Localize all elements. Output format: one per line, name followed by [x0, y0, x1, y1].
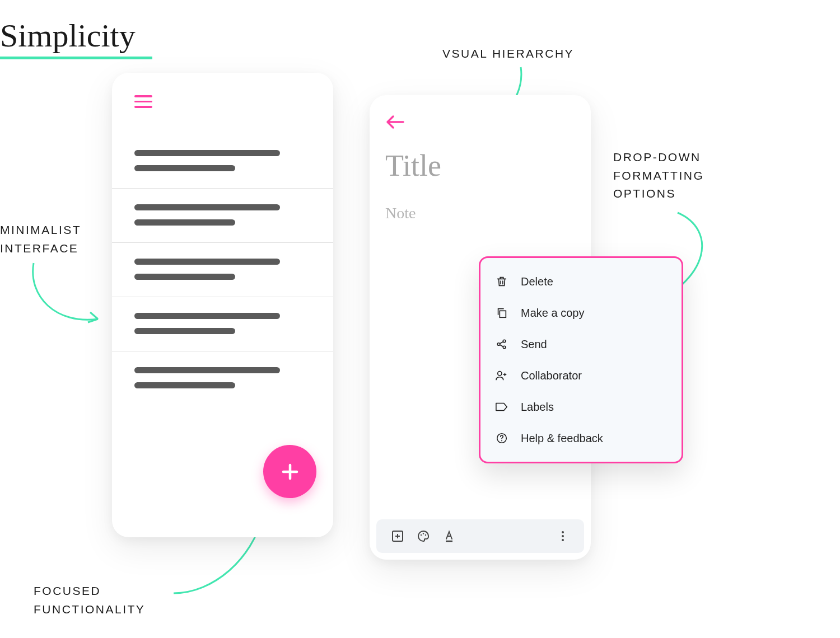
text-placeholder-line — [134, 328, 235, 334]
dropdown-item-label: Send — [521, 338, 547, 351]
text-placeholder-line — [134, 150, 280, 156]
text-placeholder-line — [134, 274, 235, 280]
add-note-button[interactable] — [263, 445, 316, 498]
title-input[interactable]: Title — [385, 148, 441, 183]
hamburger-icon[interactable] — [134, 95, 152, 111]
more-vertical-icon — [556, 529, 570, 543]
add-box-button[interactable] — [385, 529, 410, 543]
list-item[interactable] — [112, 297, 333, 351]
text-placeholder-line — [134, 259, 280, 265]
copy-icon — [494, 305, 510, 321]
more-options-button[interactable] — [550, 529, 576, 543]
palette-icon — [417, 529, 430, 543]
dropdown-item-collaborator[interactable]: Collaborator — [480, 360, 682, 391]
text-placeholder-line — [134, 382, 235, 388]
text-placeholder-line — [134, 367, 280, 373]
svg-point-2 — [423, 533, 424, 534]
dropdown-item-send[interactable]: Send — [480, 329, 682, 360]
annotation-visual: VSUAL HIERARCHY — [442, 45, 574, 63]
list-item[interactable] — [112, 134, 333, 189]
arrow-left-icon — [385, 115, 404, 129]
person-add-icon — [494, 368, 510, 383]
dropdown-item-label: Make a copy — [521, 307, 584, 320]
annotation-focused: FOCUSED FUNCTIONALITY — [34, 582, 179, 618]
svg-point-11 — [498, 372, 502, 376]
trash-icon — [494, 274, 510, 289]
phone-list-view — [112, 73, 333, 537]
dropdown-item-label: Labels — [521, 401, 554, 414]
note-list — [112, 134, 333, 405]
svg-point-1 — [421, 534, 422, 536]
svg-point-13 — [501, 440, 502, 442]
dropdown-item-delete[interactable]: Delete — [480, 266, 682, 297]
back-button[interactable] — [385, 115, 404, 132]
palette-button[interactable] — [410, 529, 436, 543]
text-placeholder-line — [134, 313, 280, 319]
page-title: Simplicity — [0, 17, 152, 59]
arrow-minimalist — [22, 257, 112, 336]
text-placeholder-line — [134, 204, 280, 210]
text-format-icon — [442, 529, 456, 543]
annotation-minimalist: MINIMALIST INTERFACE — [0, 221, 106, 257]
note-input[interactable]: Note — [385, 204, 416, 222]
help-icon — [494, 430, 510, 446]
dropdown-item-help[interactable]: Help & feedback — [480, 423, 682, 454]
plus-icon — [280, 462, 300, 482]
svg-point-6 — [562, 539, 564, 541]
text-placeholder-line — [134, 165, 235, 171]
editor-toolbar — [376, 519, 584, 553]
svg-point-5 — [562, 535, 564, 537]
list-item[interactable] — [112, 243, 333, 297]
dropdown-item-labels[interactable]: Labels — [480, 391, 682, 423]
text-format-button[interactable] — [436, 529, 462, 543]
dropdown-item-label: Help & feedback — [521, 432, 603, 445]
annotation-dropdown: DROP-DOWN FORMATTING OPTIONS — [613, 148, 736, 203]
label-icon — [494, 399, 510, 415]
list-item[interactable] — [112, 351, 333, 405]
share-icon — [494, 336, 510, 352]
dropdown-item-label: Collaborator — [521, 369, 582, 382]
list-item[interactable] — [112, 189, 333, 243]
svg-point-4 — [562, 531, 564, 533]
plus-box-icon — [391, 529, 404, 543]
svg-rect-7 — [500, 311, 506, 317]
dropdown-item-copy[interactable]: Make a copy — [480, 297, 682, 329]
dropdown-item-label: Delete — [521, 275, 553, 288]
svg-point-3 — [425, 534, 426, 536]
options-dropdown: Delete Make a copy Send Collaborator Lab… — [479, 256, 683, 463]
text-placeholder-line — [134, 219, 235, 226]
